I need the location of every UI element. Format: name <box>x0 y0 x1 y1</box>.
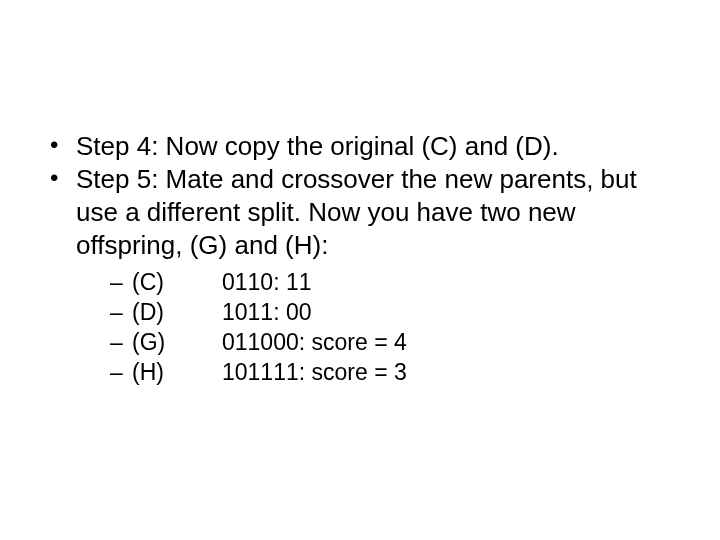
bullet-list: Step 4: Now copy the original (C) and (D… <box>40 130 680 388</box>
bullet-text: Step 5: Mate and crossover the new paren… <box>76 164 637 260</box>
sub-bullet-item: (D)1011: 00 <box>110 298 680 328</box>
sub-bullet-value: 0110: 11 <box>222 269 312 295</box>
sub-bullet-list: (C)0110: 11 (D)1011: 00 (G)011000: score… <box>76 268 680 388</box>
sub-bullet-label: (C) <box>132 268 222 298</box>
sub-bullet-value: 101111: score = 3 <box>222 359 407 385</box>
sub-bullet-item: (H)101111: score = 3 <box>110 358 680 388</box>
bullet-text: Step 4: Now copy the original (C) and (D… <box>76 131 559 161</box>
sub-bullet-item: (C)0110: 11 <box>110 268 680 298</box>
sub-bullet-label: (H) <box>132 358 222 388</box>
bullet-item: Step 5: Mate and crossover the new paren… <box>40 163 680 388</box>
bullet-item: Step 4: Now copy the original (C) and (D… <box>40 130 680 163</box>
slide: Step 4: Now copy the original (C) and (D… <box>0 0 720 540</box>
sub-bullet-item: (G)011000: score = 4 <box>110 328 680 358</box>
sub-bullet-value: 1011: 00 <box>222 299 312 325</box>
sub-bullet-label: (D) <box>132 298 222 328</box>
sub-bullet-value: 011000: score = 4 <box>222 329 407 355</box>
sub-bullet-label: (G) <box>132 328 222 358</box>
